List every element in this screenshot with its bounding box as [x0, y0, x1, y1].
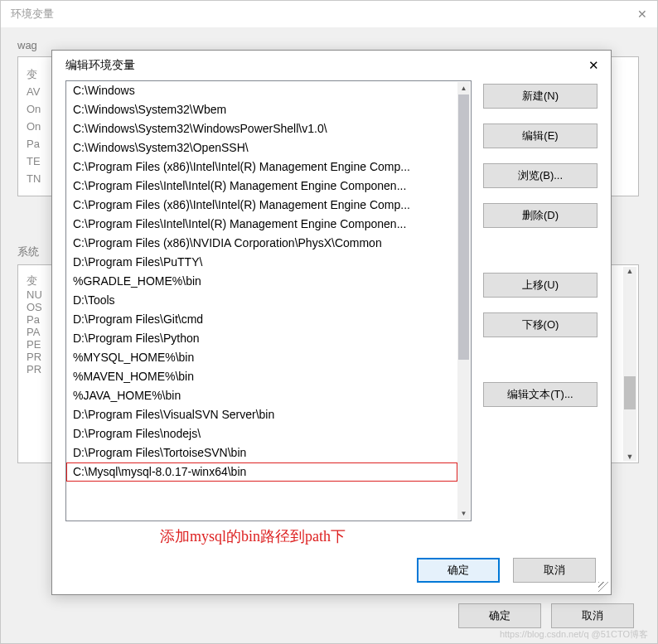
parent-titlebar: 环境变量 ✕ — [1, 1, 657, 27]
list-item[interactable]: D:\Program Files\nodejs\ — [66, 424, 457, 443]
annotation-text: 添加mysql的bin路径到path下 — [52, 521, 611, 546]
list-item[interactable]: D:\Tools — [66, 291, 457, 310]
list-item[interactable]: C:\Program Files (x86)\NVIDIA Corporatio… — [66, 234, 457, 253]
list-item[interactable]: C:\Program Files (x86)\Intel\Intel(R) Ma… — [66, 157, 457, 177]
list-item[interactable]: %GRADLE_HOME%\bin — [66, 272, 457, 291]
resize-grip-icon[interactable] — [597, 580, 608, 592]
list-item[interactable]: D:\Program Files\TortoiseSVN\bin — [66, 443, 457, 462]
list-item[interactable]: C:\Windows — [66, 81, 457, 100]
ok-button[interactable]: 确定 — [417, 558, 500, 583]
list-item[interactable]: D:\Program Files\PuTTY\ — [66, 253, 457, 272]
scrollbar[interactable]: ▲ ▼ — [457, 82, 470, 520]
list-item[interactable]: C:\Program Files (x86)\Intel\Intel(R) Ma… — [66, 196, 457, 215]
parent-title: 环境变量 — [11, 7, 54, 22]
edit-env-variable-dialog: 编辑环境变量 ✕ C:\WindowsC:\Windows\System32\W… — [51, 50, 612, 595]
edit-text-button[interactable]: 编辑文本(T)... — [483, 382, 598, 407]
cancel-button[interactable]: 取消 — [551, 603, 634, 628]
list-item[interactable]: C:\Mysql\mysql-8.0.17-winx64\bin — [66, 462, 457, 482]
cancel-button[interactable]: 取消 — [513, 558, 596, 583]
list-item[interactable]: D:\Program Files\VisualSVN Server\bin — [66, 405, 457, 424]
list-item[interactable]: %MAVEN_HOME%\bin — [66, 367, 457, 386]
list-item[interactable]: D:\Program Files\Git\cmd — [66, 310, 457, 329]
list-item[interactable]: C:\Program Files\Intel\Intel(R) Manageme… — [66, 177, 457, 196]
list-item[interactable]: %MYSQL_HOME%\bin — [66, 348, 457, 367]
parent-button-row: 确定 取消 — [458, 603, 634, 628]
edit-button[interactable]: 编辑(E) — [483, 123, 598, 148]
close-icon[interactable]: ✕ — [588, 58, 599, 73]
scroll-down-icon[interactable]: ▼ — [457, 507, 470, 520]
list-item[interactable]: C:\Program Files\Intel\Intel(R) Manageme… — [66, 215, 457, 234]
move-down-button[interactable]: 下移(O) — [483, 312, 598, 337]
modal-titlebar: 编辑环境变量 ✕ — [52, 51, 611, 80]
list-item[interactable]: C:\Windows\System32\Wbem — [66, 100, 457, 119]
browse-button[interactable]: 浏览(B)... — [483, 163, 598, 188]
close-icon[interactable]: ✕ — [637, 7, 647, 21]
path-listbox[interactable]: C:\WindowsC:\Windows\System32\WbemC:\Win… — [65, 80, 472, 521]
modal-body: C:\WindowsC:\Windows\System32\WbemC:\Win… — [52, 80, 611, 521]
scrollbar[interactable]: ▲ ▼ — [623, 267, 636, 461]
scroll-down-icon[interactable]: ▼ — [627, 453, 634, 461]
side-button-column: 新建(N) 编辑(E) 浏览(B)... 删除(D) 上移(U) 下移(O) 编… — [483, 80, 598, 521]
modal-title: 编辑环境变量 — [65, 58, 135, 73]
scroll-up-icon[interactable]: ▲ — [627, 267, 634, 275]
scroll-up-icon[interactable]: ▲ — [457, 82, 470, 94]
delete-button[interactable]: 删除(D) — [483, 203, 598, 228]
list-item[interactable]: %JAVA_HOME%\bin — [66, 386, 457, 405]
move-up-button[interactable]: 上移(U) — [483, 273, 598, 298]
scrollbar-thumb[interactable] — [458, 94, 469, 360]
scrollbar-track[interactable] — [457, 94, 470, 507]
modal-footer: 确定 取消 — [52, 546, 611, 594]
ok-button[interactable]: 确定 — [458, 603, 541, 628]
scrollbar-thumb[interactable] — [624, 376, 636, 409]
list-item[interactable]: C:\Windows\System32\WindowsPowerShell\v1… — [66, 119, 457, 138]
list-item[interactable]: D:\Program Files\Python — [66, 329, 457, 348]
new-button[interactable]: 新建(N) — [483, 84, 598, 109]
list-item[interactable]: C:\Windows\System32\OpenSSH\ — [66, 138, 457, 157]
